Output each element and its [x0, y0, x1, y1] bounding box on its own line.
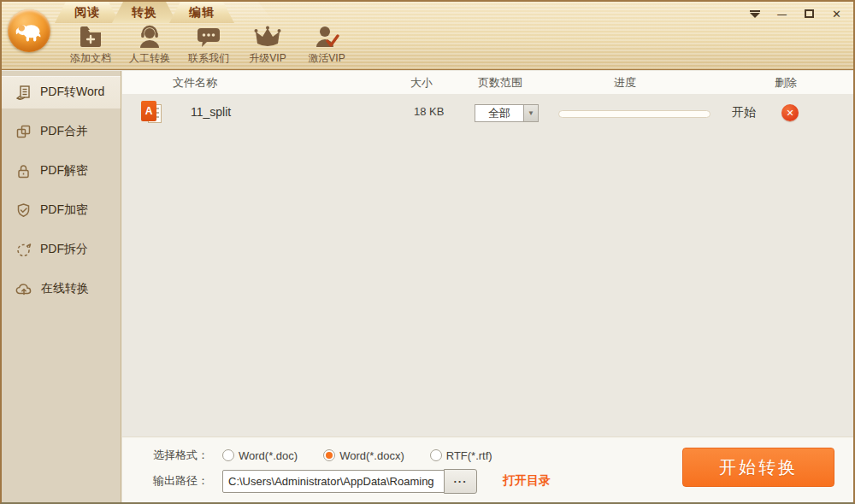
sidebar-item-pdf-merge[interactable]: PDF合并 [2, 115, 121, 148]
skin-menu-icon[interactable] [748, 8, 761, 20]
sidebar-item-label: PDF解密 [40, 163, 88, 179]
pdf-badge-icon: A [141, 101, 156, 121]
column-header-filename: 文件名称 [173, 75, 217, 91]
titlebar: 阅读 转换 编辑 ─ ✕ 添加文档 [2, 2, 853, 70]
radio-icon [222, 449, 234, 461]
column-header-size: 大小 [410, 75, 433, 91]
activate-vip-icon [314, 25, 339, 49]
chevron-down-icon[interactable]: ▼ [523, 105, 538, 121]
radio-label: Word(*.doc) [239, 449, 298, 462]
output-path-input[interactable] [222, 470, 445, 493]
start-convert-button[interactable]: 开始转换 [682, 448, 834, 487]
close-icon[interactable]: ✕ [830, 8, 843, 20]
upgrade-vip-button[interactable]: 升级VIP [239, 25, 297, 66]
open-directory-link[interactable]: 打开目录 [503, 473, 551, 489]
manual-convert-button[interactable]: 人工转换 [121, 25, 179, 66]
minimize-icon[interactable]: ─ [775, 8, 788, 20]
toolbar-label: 添加文档 [70, 51, 111, 66]
sidebar-item-online-convert[interactable]: 在线转换 [2, 273, 121, 305]
app-window: 阅读 转换 编辑 ─ ✕ 添加文档 [0, 0, 855, 504]
manual-convert-icon [137, 25, 162, 49]
elephant-logo-icon [12, 14, 46, 48]
mode-tabs: 阅读 转换 编辑 [55, 2, 227, 23]
format-label: 选择格式： [153, 448, 222, 463]
format-radio-rtf[interactable]: RTF(*.rtf) [430, 449, 492, 462]
output-path-label: 输出路径： [153, 473, 222, 489]
toolbar-label: 人工转换 [129, 51, 170, 66]
activate-vip-button[interactable]: 激活VIP [298, 25, 356, 66]
file-name: 11_split [191, 105, 231, 119]
toolbar-label: 联系我们 [188, 51, 229, 66]
app-logo [8, 9, 50, 52]
start-row-button[interactable]: 开始 [732, 105, 756, 120]
delete-x-icon: ✕ [786, 108, 793, 119]
sidebar-item-label: 在线转换 [41, 281, 89, 296]
pdf-decrypt-icon [15, 163, 32, 179]
main-panel: 文件名称 大小 页数范围 进度 删除 A 11_split 18 KB 全部 ▼… [122, 71, 853, 502]
page-range-value: 全部 [475, 105, 523, 121]
sidebar-item-label: PDF加密 [40, 202, 88, 218]
radio-label: RTF(*.rtf) [446, 449, 492, 462]
output-path-row: 输出路径： ··· 打开目录 [153, 468, 551, 494]
window-controls: ─ ✕ [748, 8, 843, 20]
pdf-file-icon: A [141, 101, 165, 126]
column-header-page-range: 页数范围 [478, 75, 522, 91]
sidebar-item-label: PDF合并 [40, 124, 88, 139]
tab-read[interactable]: 阅读 [55, 2, 120, 23]
radio-icon [430, 449, 442, 461]
file-size: 18 KB [414, 105, 444, 118]
pdf-to-word-icon [15, 85, 32, 101]
pdf-split-icon [15, 242, 32, 258]
delete-row-button[interactable]: ✕ [781, 104, 799, 121]
browse-button[interactable]: ··· [444, 469, 477, 494]
radio-selected-icon [323, 449, 335, 461]
upgrade-vip-icon [254, 25, 281, 49]
progress-bar [558, 110, 711, 118]
table-row: A 11_split 18 KB 全部 ▼ 开始 ✕ [122, 94, 853, 133]
toolbar-label: 激活VIP [308, 51, 345, 66]
add-document-icon [78, 25, 103, 49]
table-header: 文件名称 大小 页数范围 进度 删除 [122, 71, 853, 94]
sidebar: PDF转Word PDF合并 PDF解密 [2, 71, 121, 502]
radio-label: Word(*.docx) [339, 449, 404, 462]
sidebar-item-pdf-split[interactable]: PDF拆分 [2, 233, 121, 266]
add-document-button[interactable]: 添加文档 [62, 25, 120, 66]
tab-convert[interactable]: 转换 [112, 2, 177, 23]
format-row: 选择格式： Word(*.doc) Word(*.docx) RTF(*.rtf… [153, 446, 518, 465]
page-range-select[interactable]: 全部 ▼ [475, 104, 539, 122]
sidebar-item-pdf-encrypt[interactable]: PDF加密 [2, 194, 121, 226]
toolbar-label: 升级VIP [249, 51, 286, 66]
contact-us-icon [195, 25, 222, 49]
pdf-encrypt-icon [15, 202, 32, 219]
pdf-merge-icon [15, 124, 32, 140]
toolbar: 添加文档 人工转换 [62, 25, 356, 66]
footer-panel: 选择格式： Word(*.doc) Word(*.docx) RTF(*.rtf… [122, 437, 853, 502]
sidebar-item-pdf-to-word[interactable]: PDF转Word [2, 76, 121, 108]
format-radio-docx[interactable]: Word(*.docx) [323, 449, 404, 462]
column-header-progress: 进度 [614, 75, 636, 91]
maximize-icon[interactable] [803, 8, 816, 20]
tab-edit[interactable]: 编辑 [169, 2, 234, 23]
format-radio-doc[interactable]: Word(*.doc) [222, 449, 298, 462]
column-header-delete: 删除 [775, 75, 797, 91]
online-convert-icon [15, 281, 32, 297]
sidebar-item-label: PDF转Word [40, 85, 104, 100]
sidebar-item-pdf-decrypt[interactable]: PDF解密 [2, 155, 121, 187]
contact-us-button[interactable]: 联系我们 [180, 25, 238, 66]
sidebar-item-label: PDF拆分 [40, 242, 88, 257]
